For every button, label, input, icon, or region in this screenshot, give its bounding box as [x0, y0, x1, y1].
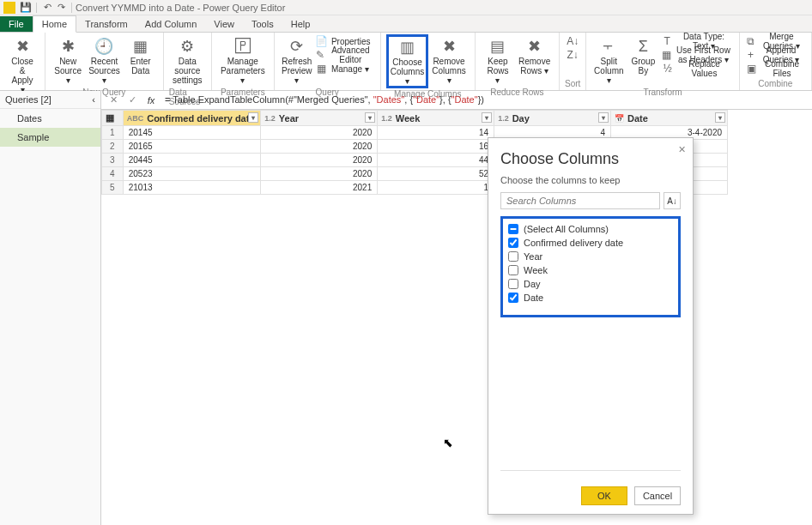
tab-transform[interactable]: Transform: [76, 16, 136, 32]
cell[interactable]: 21013: [123, 181, 261, 195]
cell[interactable]: 44: [378, 154, 494, 167]
commit-formula-icon[interactable]: ✓: [125, 94, 139, 107]
keep-rows-button[interactable]: ▤Keep Rows ▾: [481, 34, 515, 87]
cell[interactable]: 2020: [261, 126, 378, 140]
ribbon: ✖Close & Apply ▾ Close ✱New Source ▾ 🕘Re…: [0, 33, 812, 91]
manage-parameters-button[interactable]: 🄿Manage Parameters ▾: [217, 34, 269, 87]
cancel-formula-icon[interactable]: ✕: [106, 94, 120, 107]
tab-home[interactable]: Home: [33, 15, 76, 33]
column-filter-icon[interactable]: ▾: [365, 112, 375, 123]
search-columns-input[interactable]: [500, 192, 660, 209]
column-filter-icon[interactable]: ▾: [598, 112, 609, 123]
remove-columns-button[interactable]: ✖Remove Columns ▾: [428, 34, 469, 88]
col-header-day[interactable]: 1.2Day▾: [494, 111, 611, 126]
checkbox-label: Date: [524, 293, 543, 303]
row-number[interactable]: 2: [102, 140, 124, 154]
row-number[interactable]: 4: [102, 167, 124, 181]
cell[interactable]: 20523: [123, 167, 261, 181]
column-checkbox-item[interactable]: Day: [505, 277, 676, 291]
checkbox[interactable]: [508, 251, 518, 262]
cell[interactable]: 16: [378, 140, 494, 154]
checkbox[interactable]: [508, 279, 518, 289]
cell[interactable]: 2020: [261, 154, 378, 167]
tab-add-column[interactable]: Add Column: [136, 16, 206, 32]
checkbox[interactable]: [508, 293, 518, 303]
column-checkbox-item[interactable]: Year: [505, 250, 676, 263]
tab-help[interactable]: Help: [282, 16, 319, 32]
column-checkbox-list: (Select All Columns)Confirmed delivery d…: [500, 216, 681, 317]
cell[interactable]: 2021: [261, 181, 378, 195]
column-filter-icon[interactable]: ▾: [482, 112, 492, 123]
sort-asc-button[interactable]: A↓: [565, 34, 580, 48]
cell[interactable]: 52: [378, 167, 494, 181]
cell[interactable]: 20445: [123, 154, 261, 167]
fx-icon[interactable]: fx: [144, 94, 158, 107]
col-header-date[interactable]: 📅Date▾: [611, 111, 728, 126]
enter-data-button[interactable]: ▦Enter Data: [124, 34, 158, 87]
ok-button[interactable]: OK: [581, 486, 627, 505]
row-number[interactable]: 1: [102, 126, 124, 140]
cancel-button[interactable]: Cancel: [634, 486, 681, 505]
column-filter-icon[interactable]: ▾: [248, 112, 258, 123]
cell[interactable]: 20165: [123, 140, 261, 154]
combine-files-button[interactable]: ▣Combine Files: [745, 62, 806, 75]
undo-icon[interactable]: ↶: [40, 2, 54, 14]
col-header-confirmed-delivery-date[interactable]: ABCConfirmed delivery date▾: [123, 111, 261, 126]
redo-icon[interactable]: ↷: [54, 2, 68, 14]
group-sort: Sort: [565, 78, 580, 90]
choose-columns-dialog: ✕ Choose Columns Choose the columns to k…: [488, 137, 694, 515]
cell[interactable]: 14: [378, 126, 494, 140]
checkbox-label: (Select All Columns): [524, 224, 609, 234]
close-apply-button[interactable]: ✖Close & Apply ▾: [5, 34, 39, 96]
data-grid[interactable]: ▦ ABCConfirmed delivery date▾ 1.2Year▾ 1…: [101, 110, 812, 525]
sort-columns-icon[interactable]: A↓: [664, 192, 681, 209]
dialog-title: Choose Columns: [488, 138, 693, 172]
close-dialog-icon[interactable]: ✕: [676, 143, 688, 155]
tab-view[interactable]: View: [205, 16, 243, 32]
refresh-preview-button[interactable]: ⟳Refresh Preview ▾: [280, 34, 314, 87]
tab-file[interactable]: File: [0, 16, 33, 32]
column-checkbox-item[interactable]: Week: [505, 263, 676, 277]
query-item-sample[interactable]: Sample: [0, 128, 100, 147]
cell[interactable]: 20145: [123, 126, 261, 140]
select-all-corner[interactable]: ▦: [102, 111, 124, 126]
column-checkbox-item[interactable]: Date: [505, 291, 676, 305]
column-checkbox-item[interactable]: (Select All Columns): [505, 222, 676, 236]
title-bar: 💾 ↶ ↷ Convert YYMMD into a Date - Power …: [0, 0, 812, 15]
tab-tools[interactable]: Tools: [243, 16, 282, 32]
app-icon: [3, 2, 15, 14]
formula-input[interactable]: = Table.ExpandTableColumn(#"Merged Queri…: [163, 93, 807, 107]
type-icon: ABC: [127, 114, 144, 123]
column-filter-icon[interactable]: ▾: [715, 112, 725, 123]
remove-rows-button[interactable]: ✖Remove Rows ▾: [515, 34, 554, 87]
sort-desc-button[interactable]: Z↓: [565, 48, 580, 62]
col-header-year[interactable]: 1.2Year▾: [261, 111, 378, 126]
formula-bar: ✕ ✓ fx = Table.ExpandTableColumn(#"Merge…: [101, 91, 812, 110]
data-source-settings-button[interactable]: ⚙Data source settings: [169, 34, 206, 87]
save-icon[interactable]: 💾: [19, 2, 33, 14]
recent-sources-button[interactable]: 🕘Recent Sources ▾: [85, 34, 123, 87]
checkbox[interactable]: [508, 238, 518, 248]
checkbox[interactable]: [508, 224, 518, 234]
replace-values-button[interactable]: ½Replace Values: [660, 62, 733, 75]
row-number[interactable]: 5: [102, 181, 124, 195]
row-number[interactable]: 3: [102, 154, 124, 167]
query-item-dates[interactable]: Dates: [0, 109, 100, 128]
new-source-button[interactable]: ✱New Source ▾: [51, 34, 85, 87]
group-combine: Combine: [758, 78, 792, 90]
manage-button[interactable]: ▦Manage ▾: [314, 62, 375, 75]
advanced-editor-button[interactable]: ✎Advanced Editor: [314, 48, 375, 62]
dialog-subtitle: Choose the columns to keep: [488, 172, 693, 192]
column-checkbox-item[interactable]: Confirmed delivery date: [505, 236, 676, 250]
cell[interactable]: 1: [378, 181, 494, 195]
cell[interactable]: 2020: [261, 140, 378, 154]
split-column-button[interactable]: ⫟Split Column ▾: [591, 34, 626, 87]
checkbox-label: Confirmed delivery date: [524, 238, 623, 248]
group-by-button[interactable]: ΣGroup By: [626, 34, 660, 87]
window-title: Convert YYMMD into a Date - Power Query …: [76, 3, 285, 13]
collapse-queries-icon[interactable]: ‹: [92, 94, 95, 105]
checkbox[interactable]: [508, 265, 518, 275]
choose-columns-button[interactable]: ▥Choose Columns ▾: [386, 34, 428, 88]
cell[interactable]: 2020: [261, 167, 378, 181]
col-header-week[interactable]: 1.2Week▾: [378, 111, 494, 126]
